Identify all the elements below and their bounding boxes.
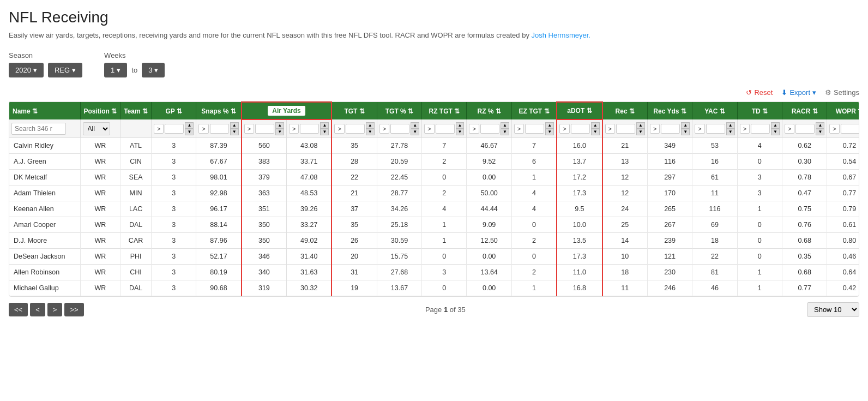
show-count-select[interactable]: Show 10Show 25Show 50Show 100 bbox=[807, 302, 859, 317]
tgt-filter-input[interactable] bbox=[346, 124, 365, 134]
col-header-team[interactable]: Team ⇅ bbox=[120, 102, 152, 119]
col-header-adot[interactable]: aDOT ⇅ bbox=[557, 102, 602, 119]
week-from-dropdown[interactable]: 1 ▾ bbox=[104, 63, 127, 77]
search-input[interactable] bbox=[11, 123, 66, 135]
ay-filter-input[interactable] bbox=[255, 124, 274, 134]
week-to-dropdown[interactable]: 3 ▾ bbox=[142, 63, 165, 77]
filter-ay-pct[interactable]: >▲▼ bbox=[287, 119, 332, 138]
ay-up-btn[interactable]: ▲ bbox=[275, 122, 284, 129]
reset-button[interactable]: ↺ Reset bbox=[746, 88, 773, 97]
tgtpct-gt-btn[interactable]: > bbox=[379, 124, 389, 134]
racr-up-btn[interactable]: ▲ bbox=[816, 122, 824, 129]
tgtpct-filter-input[interactable] bbox=[390, 124, 409, 134]
eztgt-up-btn[interactable]: ▲ bbox=[545, 122, 554, 129]
wopr-gt-btn[interactable]: > bbox=[829, 124, 839, 134]
col-header-rec[interactable]: Rec ⇅ bbox=[602, 102, 648, 119]
filter-racr[interactable]: >▲▼ bbox=[782, 119, 827, 138]
rzpct-down-btn[interactable]: ▼ bbox=[501, 129, 509, 135]
eztgt-down-btn[interactable]: ▼ bbox=[545, 129, 554, 135]
author-link[interactable]: Josh Hermsmeyer. bbox=[532, 31, 590, 39]
rec-filter-input[interactable] bbox=[616, 124, 635, 134]
ay-gt-btn[interactable]: > bbox=[244, 124, 254, 134]
adot-gt-btn[interactable]: > bbox=[559, 124, 569, 134]
eztgt-filter-input[interactable] bbox=[525, 124, 544, 134]
season-dropdown[interactable]: 2020 ▾ bbox=[9, 63, 44, 77]
td-down-btn[interactable]: ▼ bbox=[771, 129, 780, 135]
rztgt-down-btn[interactable]: ▼ bbox=[456, 129, 465, 135]
td-gt-btn[interactable]: > bbox=[740, 124, 750, 134]
td-up-btn[interactable]: ▲ bbox=[771, 122, 780, 129]
col-header-gp[interactable]: GP ⇅ bbox=[151, 102, 196, 119]
col-header-position[interactable]: Position ⇅ bbox=[80, 102, 120, 119]
filter-tgt[interactable]: >▲▼ bbox=[331, 119, 377, 138]
gp-gt-btn[interactable]: > bbox=[154, 124, 164, 134]
yac-gt-btn[interactable]: > bbox=[695, 124, 704, 134]
col-header-snaps-pct[interactable]: Snaps % ⇅ bbox=[196, 102, 242, 119]
tgtpct-up-btn[interactable]: ▲ bbox=[411, 122, 419, 129]
yac-up-btn[interactable]: ▲ bbox=[726, 122, 735, 129]
rztgt-up-btn[interactable]: ▲ bbox=[456, 122, 465, 129]
filter-tgt-pct[interactable]: >▲▼ bbox=[377, 119, 421, 138]
racr-gt-btn[interactable]: > bbox=[785, 124, 794, 134]
last-page-btn[interactable]: >> bbox=[64, 303, 83, 316]
yac-filter-input[interactable] bbox=[706, 124, 725, 134]
prev-page-btn[interactable]: < bbox=[30, 303, 45, 316]
filter-rz-tgt[interactable]: >▲▼ bbox=[422, 119, 467, 138]
recyds-down-btn[interactable]: ▼ bbox=[681, 129, 690, 135]
adot-down-btn[interactable]: ▼ bbox=[591, 129, 600, 135]
col-header-ez-tgt[interactable]: EZ TGT ⇅ bbox=[511, 102, 557, 119]
filter-adot[interactable]: >▲▼ bbox=[557, 119, 602, 138]
col-header-air-yards[interactable]: Air Yards bbox=[242, 102, 332, 119]
col-header-td[interactable]: TD ⇅ bbox=[737, 102, 782, 119]
rec-down-btn[interactable]: ▼ bbox=[636, 129, 645, 135]
filter-gp[interactable]: >▲▼ bbox=[151, 119, 196, 138]
filter-td[interactable]: >▲▼ bbox=[737, 119, 782, 138]
aypct-filter-input[interactable] bbox=[300, 124, 319, 134]
export-button[interactable]: ⬇ Export ▾ bbox=[781, 88, 816, 97]
position-filter-select[interactable]: AllWRRBTE bbox=[83, 122, 110, 135]
filter-ez-tgt[interactable]: >▲▼ bbox=[511, 119, 557, 138]
col-header-wopr[interactable]: WOPR ⇅ bbox=[827, 102, 859, 119]
col-header-rz-tgt[interactable]: RZ TGT ⇅ bbox=[422, 102, 467, 119]
filter-name[interactable] bbox=[9, 119, 80, 138]
snaps-filter-input[interactable] bbox=[210, 124, 229, 134]
gp-filter-input[interactable] bbox=[165, 124, 184, 134]
filter-air-yards[interactable]: >▲▼ bbox=[242, 119, 287, 138]
rztgt-gt-btn[interactable]: > bbox=[424, 124, 434, 134]
rec-gt-btn[interactable]: > bbox=[605, 124, 615, 134]
col-header-tgt-pct[interactable]: TGT % ⇅ bbox=[377, 102, 421, 119]
tgt-up-btn[interactable]: ▲ bbox=[366, 122, 375, 129]
rztgt-filter-input[interactable] bbox=[436, 124, 455, 134]
filter-yac[interactable]: >▲▼ bbox=[692, 119, 737, 138]
col-header-rec-yds[interactable]: Rec Yds ⇅ bbox=[647, 102, 692, 119]
gp-down-btn[interactable]: ▼ bbox=[185, 129, 194, 135]
filter-position[interactable]: AllWRRBTE bbox=[80, 119, 120, 138]
eztgt-gt-btn[interactable]: > bbox=[514, 124, 524, 134]
next-page-btn[interactable]: > bbox=[47, 303, 63, 316]
snaps-down-btn[interactable]: ▼ bbox=[230, 129, 239, 135]
recyds-gt-btn[interactable]: > bbox=[650, 124, 660, 134]
filter-rec[interactable]: >▲▼ bbox=[602, 119, 648, 138]
gp-up-btn[interactable]: ▲ bbox=[185, 122, 194, 129]
rzpct-up-btn[interactable]: ▲ bbox=[501, 122, 509, 129]
racr-filter-input[interactable] bbox=[795, 124, 815, 134]
recyds-up-btn[interactable]: ▲ bbox=[681, 122, 690, 129]
filter-wopr[interactable]: >▲▼ bbox=[827, 119, 859, 138]
aypct-gt-btn[interactable]: > bbox=[289, 124, 299, 134]
wopr-filter-input[interactable] bbox=[841, 124, 859, 134]
snaps-gt-btn[interactable]: > bbox=[198, 124, 208, 134]
first-page-btn[interactable]: << bbox=[9, 303, 28, 316]
snaps-up-btn[interactable]: ▲ bbox=[230, 122, 239, 129]
rzpct-gt-btn[interactable]: > bbox=[469, 124, 479, 134]
tgt-down-btn[interactable]: ▼ bbox=[366, 129, 375, 135]
season-type-dropdown[interactable]: REG ▾ bbox=[48, 63, 82, 77]
adot-filter-input[interactable] bbox=[571, 124, 590, 134]
filter-snaps-pct[interactable]: >▲▼ bbox=[196, 119, 242, 138]
col-header-name[interactable]: Name ⇅ bbox=[9, 102, 80, 119]
aypct-up-btn[interactable]: ▲ bbox=[320, 122, 329, 129]
filter-rz-pct[interactable]: >▲▼ bbox=[467, 119, 511, 138]
col-header-rz-pct[interactable]: RZ % ⇅ bbox=[467, 102, 511, 119]
tgtpct-down-btn[interactable]: ▼ bbox=[411, 129, 419, 135]
rzpct-filter-input[interactable] bbox=[480, 124, 499, 134]
recyds-filter-input[interactable] bbox=[661, 124, 680, 134]
